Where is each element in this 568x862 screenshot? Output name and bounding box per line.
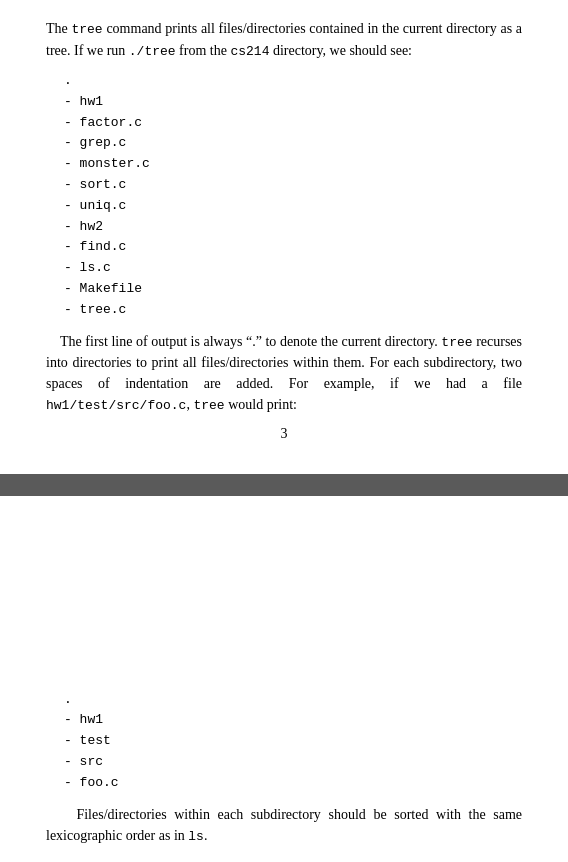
paragraph-3: Files/directories within each subdirecto… xyxy=(46,804,522,847)
tree-line-grep: - grep.c xyxy=(64,133,522,154)
tree-line-uniq: - uniq.c xyxy=(64,196,522,217)
page-divider xyxy=(0,474,568,496)
inline-code-tree1: tree xyxy=(71,22,102,37)
tree-listing-1: . - hw1 - factor.c - grep.c - monster.c … xyxy=(64,71,522,321)
tree2-line-dot: . xyxy=(64,690,522,711)
tree2-line-hw1: - hw1 xyxy=(64,710,522,731)
page: The tree command prints all files/direct… xyxy=(0,0,568,862)
tree-line-hw2: - hw2 xyxy=(64,217,522,238)
inline-code-tree3: tree xyxy=(193,398,224,413)
bottom-spacer xyxy=(46,496,522,676)
content-top: The tree command prints all files/direct… xyxy=(0,0,568,456)
paragraph-1: The tree command prints all files/direct… xyxy=(46,18,522,61)
tree-line-treec: - tree.c xyxy=(64,300,522,321)
tree-listing-2: . - hw1 - test - src - foo.c xyxy=(64,690,522,794)
tree-line-ls: - ls.c xyxy=(64,258,522,279)
tree-line-hw1: - hw1 xyxy=(64,92,522,113)
inline-code-path: hw1/test/src/foo.c xyxy=(46,398,186,413)
inline-code-tree2: tree xyxy=(441,335,472,350)
tree-line-factor: - factor.c xyxy=(64,113,522,134)
tree-line-find: - find.c xyxy=(64,237,522,258)
inline-code-run: ./tree xyxy=(129,44,176,59)
tree2-line-fooc: - foo.c xyxy=(64,773,522,794)
tree-line-monster: - monster.c xyxy=(64,154,522,175)
tree2-line-src: - src xyxy=(64,752,522,773)
tree2-line-test: - test xyxy=(64,731,522,752)
paragraph-2: The first line of output is always “.” t… xyxy=(46,331,522,416)
inline-code-ls: ls xyxy=(188,829,204,844)
inline-code-cs214: cs214 xyxy=(230,44,269,59)
tree-line-sort: - sort.c xyxy=(64,175,522,196)
page-number: 3 xyxy=(46,426,522,442)
tree-line-dot: . xyxy=(64,71,522,92)
tree-line-makefile: - Makefile xyxy=(64,279,522,300)
content-bottom: . - hw1 - test - src - foo.c Files/direc… xyxy=(0,496,568,862)
